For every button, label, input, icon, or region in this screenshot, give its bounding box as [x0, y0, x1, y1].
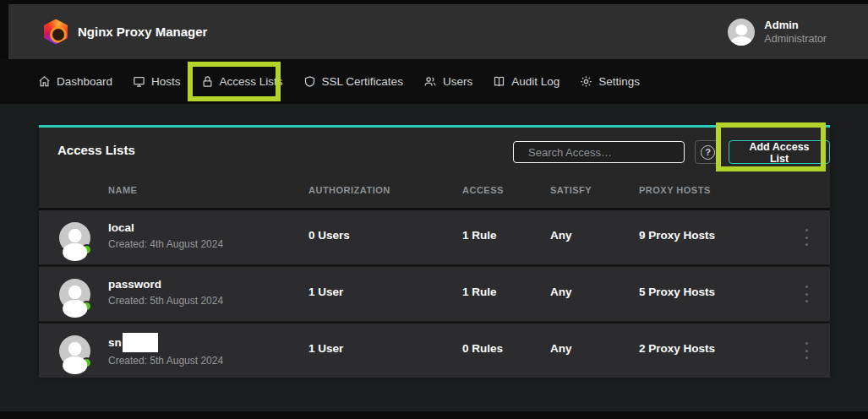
nav-item-ssl-certificates[interactable]: SSL Certificates — [303, 75, 403, 88]
created-date: Created: 5th August 2024 — [108, 352, 223, 369]
user-avatar — [728, 19, 755, 46]
nav-label: Dashboard — [57, 75, 112, 88]
access-value: 1 Rule — [462, 286, 497, 298]
nav-label: Users — [443, 75, 472, 88]
redaction-box — [123, 333, 158, 352]
table-row: password Created: 5th August 2024 1 User… — [39, 267, 830, 321]
status-online-dot — [81, 357, 92, 368]
row-avatar — [59, 335, 90, 367]
satisfy-value: Any — [550, 342, 572, 355]
satisfy-value: Any — [550, 286, 572, 298]
proxy-hosts-value: 2 Proxy Hosts — [639, 342, 715, 355]
monitor-icon — [133, 75, 145, 88]
access-value: 0 Rules — [462, 342, 503, 355]
users-icon — [423, 75, 437, 88]
panel-title: Access Lists — [57, 143, 135, 157]
access-list-name: password — [108, 276, 223, 292]
nav-item-hosts[interactable]: Hosts — [133, 75, 181, 88]
nav-label: Access Lists — [220, 75, 283, 88]
table-row: local Created: 4th August 2024 0 Users 1… — [39, 210, 830, 264]
search-input[interactable] — [528, 146, 677, 159]
proxy-hosts-value: 9 Proxy Hosts — [639, 229, 715, 242]
row-menu-kebab-icon[interactable] — [800, 229, 813, 246]
name-cell: local Created: 4th August 2024 — [108, 220, 223, 253]
user-role: Administrator — [764, 32, 827, 46]
column-header-name: NAME — [108, 185, 137, 195]
row-avatar — [59, 279, 90, 310]
user-menu[interactable]: Admin Administrator — [728, 19, 827, 46]
user-name: Admin — [764, 19, 827, 32]
shield-icon — [303, 75, 316, 88]
status-online-dot — [81, 301, 92, 312]
app-title: Nginx Proxy Manager — [78, 24, 207, 39]
nav-item-users[interactable]: Users — [423, 75, 472, 88]
created-date: Created: 5th August 2024 — [108, 292, 223, 309]
row-menu-kebab-icon[interactable] — [800, 286, 813, 302]
nav-item-settings[interactable]: Settings — [580, 75, 640, 88]
book-icon — [493, 75, 505, 88]
page-content: Access Lists ? Add Access List NAME AUTH… — [0, 104, 868, 411]
status-online-dot — [81, 244, 92, 255]
access-list-name: sn — [108, 333, 223, 352]
app-brand[interactable]: Nginx Proxy Manager — [44, 19, 207, 45]
row-menu-kebab-icon[interactable] — [800, 342, 813, 359]
main-nav: Dashboard Hosts Access Lists SSL Certifi… — [0, 59, 868, 104]
help-button[interactable]: ? — [695, 140, 721, 164]
created-date: Created: 4th August 2024 — [108, 236, 223, 253]
access-list-name: local — [108, 220, 223, 236]
npm-hexagon-logo-icon — [44, 19, 68, 45]
nav-item-access-lists[interactable]: Access Lists — [201, 75, 283, 88]
table-header: NAME AUTHORIZATION ACCESS SATISFY PROXY … — [39, 176, 830, 208]
lock-icon — [201, 75, 214, 88]
access-lists-panel: Access Lists ? Add Access List NAME AUTH… — [39, 125, 830, 376]
authorization-value: 1 User — [308, 286, 343, 298]
name-cell: password Created: 5th August 2024 — [108, 276, 223, 309]
search-box — [513, 141, 685, 163]
top-header-bar: Nginx Proxy Manager Admin Administrator — [8, 4, 868, 59]
home-icon — [38, 75, 51, 88]
name-cell: sn Created: 5th August 2024 — [108, 333, 223, 369]
table-row: sn Created: 5th August 2024 1 User 0 Rul… — [39, 324, 830, 378]
proxy-hosts-value: 5 Proxy Hosts — [639, 286, 715, 298]
authorization-value: 1 User — [308, 342, 343, 355]
column-header-proxy-hosts: PROXY HOSTS — [639, 185, 711, 195]
authorization-value: 0 Users — [308, 229, 350, 242]
nav-item-audit-log[interactable]: Audit Log — [493, 75, 560, 88]
search-icon — [521, 146, 521, 159]
nav-label: SSL Certificates — [322, 75, 403, 88]
satisfy-value: Any — [550, 229, 572, 242]
column-header-authorization: AUTHORIZATION — [308, 185, 390, 195]
gear-icon — [580, 75, 592, 88]
access-value: 1 Rule — [462, 229, 497, 242]
column-header-access: ACCESS — [462, 185, 504, 195]
column-header-satisfy: SATISFY — [550, 185, 592, 195]
nav-label: Audit Log — [511, 75, 560, 88]
question-circle-icon: ? — [701, 145, 715, 160]
user-info: Admin Administrator — [764, 19, 827, 46]
row-avatar — [59, 222, 90, 253]
add-access-list-button[interactable]: Add Access List — [729, 140, 830, 164]
nav-label: Settings — [598, 75, 640, 88]
nav-item-dashboard[interactable]: Dashboard — [38, 75, 112, 88]
nav-label: Hosts — [151, 75, 181, 88]
